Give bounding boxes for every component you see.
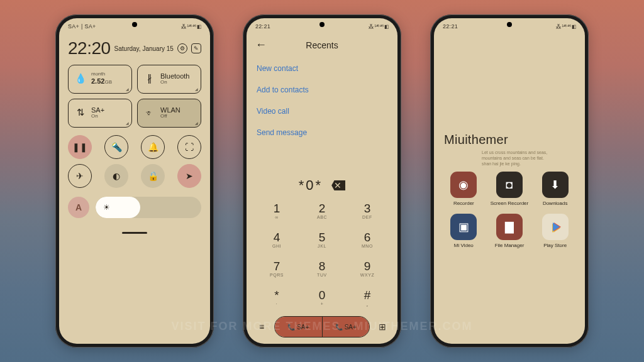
phone-dialer: 22:21 ⁂ ¹⁴⁶ ⁴⁶ ▮▯ ← Recents New contact … — [243, 14, 401, 348]
call-button[interactable]: 📞 SA+ 📞 SA+ — [274, 316, 370, 337]
clock-time: 22:20 — [68, 38, 111, 58]
settings-icon[interactable]: ⚙ — [177, 43, 187, 53]
key-5[interactable]: 5JKL — [299, 225, 345, 254]
key-2[interactable]: 2ABC — [299, 196, 345, 225]
key-*[interactable]: *· — [254, 283, 299, 312]
key-7[interactable]: 7PQRS — [254, 254, 299, 283]
toggle-auto-brightness[interactable]: ◐ — [104, 164, 128, 188]
app-downloads[interactable]: ⬇Downloads — [535, 172, 575, 206]
key-9[interactable]: 9WXYZ — [345, 254, 390, 283]
recorder-icon: ◉ — [450, 172, 477, 198]
app-label: Screen Recorder — [490, 200, 530, 206]
toggle-screenshot[interactable]: ⛶ — [177, 135, 201, 159]
clock-date: Saturday, January 15 — [114, 45, 174, 52]
front-camera — [132, 22, 137, 27]
app-label: Play Store — [535, 243, 575, 248]
screen-recorder-icon: ◘ — [496, 172, 523, 198]
key-3[interactable]: 3DEF — [345, 196, 390, 225]
drag-handle[interactable] — [122, 232, 147, 234]
status-right: ⁂ ¹⁴⁶ ⁴⁶ ▮▯ — [181, 24, 201, 30]
sim-swap-icon: ⇅ — [75, 107, 86, 118]
action-add-to-contacts[interactable]: Add to contacts — [257, 79, 387, 101]
edit-icon[interactable]: ✎ — [191, 43, 201, 53]
brightness-icon: ☀ — [103, 203, 110, 212]
key-6[interactable]: 6MNO — [345, 225, 390, 254]
call-sim1[interactable]: 📞 SA+ — [275, 317, 322, 337]
front-camera — [319, 22, 325, 27]
tile-sim[interactable]: ⇅ SA+ On — [68, 99, 132, 128]
status-left: SA+ | SA+ — [68, 23, 96, 30]
status-right: ⁂ ¹⁴⁶ ⁴⁶ ▮▯ — [556, 24, 576, 30]
toggle-flashlight[interactable]: 🔦 — [104, 135, 128, 159]
toggle-lock[interactable]: 🔒 — [141, 164, 165, 188]
brightness-slider[interactable]: ☀ — [96, 197, 201, 218]
toggle-airplane[interactable]: ✈ — [68, 164, 92, 188]
entered-number: *0* — [299, 177, 323, 194]
call-sim2[interactable]: 📞 SA+ — [322, 317, 370, 337]
app-grid: ◉Recorder◘Screen Recorder⬇Downloads▣Mi V… — [444, 172, 575, 248]
bluetooth-icon: ∦ — [144, 73, 155, 84]
file-manager-icon: ▇ — [496, 214, 523, 240]
backspace-icon[interactable]: ✕ — [331, 180, 345, 190]
mi-video-icon: ▣ — [450, 214, 477, 240]
tile-wlan[interactable]: ᯤ WLAN Off — [137, 99, 201, 128]
status-time: 22:21 — [255, 23, 270, 30]
contact-actions: New contact Add to contacts Video call S… — [247, 55, 397, 146]
app-mi-video[interactable]: ▣Mi Video — [444, 214, 484, 248]
play-store-icon — [542, 214, 569, 240]
downloads-icon: ⬇ — [542, 172, 569, 198]
user-avatar[interactable]: A — [68, 197, 89, 218]
action-video-call[interactable]: Video call — [257, 101, 387, 122]
app-label: Downloads — [535, 200, 575, 206]
app-recorder[interactable]: ◉Recorder — [444, 172, 484, 206]
action-new-contact[interactable]: New contact — [257, 58, 387, 79]
wallpaper-text: Let us cross mountains and seas,mountain… — [444, 150, 575, 172]
phone-control-center: SA+ | SA+ ⁂ ¹⁴⁶ ⁴⁶ ▮▯ 22:20 Saturday, Ja… — [55, 14, 214, 348]
dial-pad: 1∞2ABC3DEF4GHI5JKL6MNO7PQRS8TUV9WXYZ*·0+… — [247, 196, 397, 312]
status-right: ⁂ ¹⁴⁶ ⁴⁶ ▮▯ — [369, 24, 389, 30]
app-file-manager[interactable]: ▇File Manager — [490, 214, 530, 248]
tile-data-usage[interactable]: 💧 month 2.52GB — [68, 65, 132, 94]
app-play-store[interactable]: Play Store — [535, 214, 575, 248]
toggle-dnd[interactable]: 🔔 — [141, 135, 165, 159]
status-time: 22:21 — [443, 23, 458, 30]
clock-row: 22:20 Saturday, January 15 ⚙ ✎ — [68, 38, 201, 58]
wifi-icon: ᯤ — [144, 107, 155, 118]
app-label: File Manager — [490, 243, 530, 248]
key-8[interactable]: 8TUV — [299, 254, 345, 283]
key-#[interactable]: #ˬ — [345, 283, 390, 312]
app-screen-recorder[interactable]: ◘Screen Recorder — [490, 172, 530, 206]
menu-icon[interactable]: ≡ — [254, 322, 269, 332]
front-camera — [507, 22, 512, 27]
toggle-location[interactable]: ➤ — [177, 164, 201, 188]
folder-title: Miuithemer — [444, 133, 575, 147]
app-label: Recorder — [444, 200, 484, 206]
page-title: Recents — [255, 40, 389, 50]
app-label: Mi Video — [444, 243, 484, 248]
action-send-message[interactable]: Send message — [257, 122, 387, 143]
toggle-vibrate[interactable]: ❚❚ — [68, 135, 92, 159]
phone-home: 22:21 ⁂ ¹⁴⁶ ⁴⁶ ▮▯ Miuithemer Let us cros… — [430, 14, 589, 348]
drop-icon: 💧 — [75, 73, 86, 84]
key-4[interactable]: 4GHI — [254, 225, 299, 254]
number-display: *0* ✕ — [247, 177, 397, 194]
key-1[interactable]: 1∞ — [254, 196, 299, 225]
key-0[interactable]: 0+ — [299, 283, 345, 312]
dialpad-toggle-icon[interactable]: ⊞ — [375, 322, 390, 332]
tile-bluetooth[interactable]: ∦ Bluetooth On — [137, 65, 201, 94]
